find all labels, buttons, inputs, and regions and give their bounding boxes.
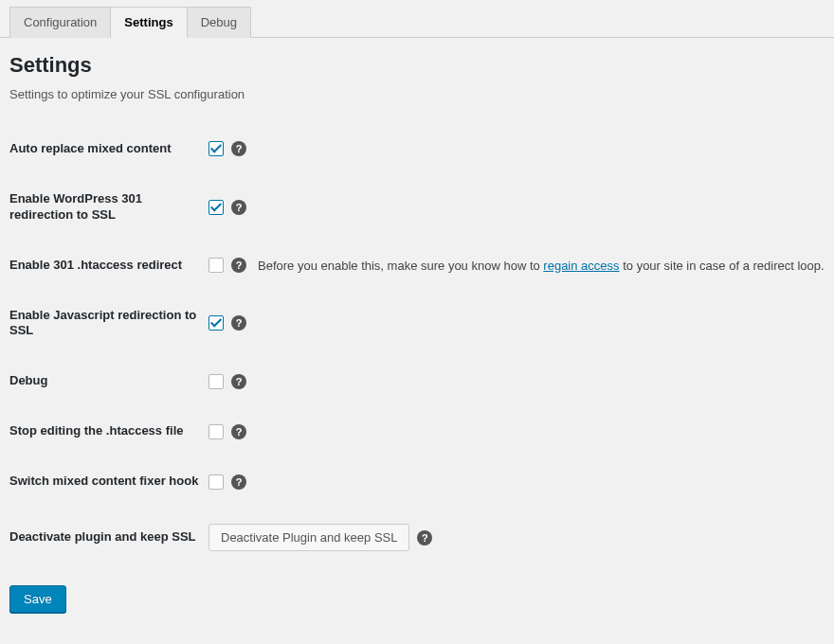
label-enable-js-redirect: Enable Javascript redirection to SSL xyxy=(9,291,208,357)
label-enable-htaccess-301: Enable 301 .htaccess redirect xyxy=(9,241,208,291)
checkbox-switch-hook[interactable] xyxy=(208,474,224,490)
settings-table: Auto replace mixed content ? Enable Word… xyxy=(9,124,825,568)
label-stop-htaccess: Stop editing the .htaccess file xyxy=(9,406,208,456)
checkbox-auto-replace-mixed[interactable] xyxy=(208,141,224,156)
page-title: Settings xyxy=(9,53,825,78)
help-icon[interactable]: ? xyxy=(231,200,246,215)
help-icon[interactable]: ? xyxy=(231,474,246,490)
row-enable-js-redirect: Enable Javascript redirection to SSL ? xyxy=(9,291,825,357)
checkbox-enable-wp-301[interactable] xyxy=(208,200,224,215)
note-htaccess-301: Before you enable this, make sure you kn… xyxy=(258,259,825,273)
row-auto-replace-mixed: Auto replace mixed content ? xyxy=(9,124,825,174)
note-text-before: Before you enable this, make sure you kn… xyxy=(258,259,543,273)
checkbox-debug[interactable] xyxy=(208,374,224,389)
row-deactivate: Deactivate plugin and keep SSL Deactivat… xyxy=(9,507,825,568)
page-description: Settings to optimize your SSL configurat… xyxy=(9,87,825,101)
row-switch-hook: Switch mixed content fixer hook ? xyxy=(9,456,825,507)
regain-access-link[interactable]: regain access xyxy=(543,259,619,273)
save-row: Save xyxy=(9,585,825,613)
help-icon[interactable]: ? xyxy=(231,141,246,156)
row-enable-wp-301: Enable WordPress 301 redirection to SSL … xyxy=(9,174,825,241)
help-icon[interactable]: ? xyxy=(231,315,246,331)
help-icon[interactable]: ? xyxy=(231,258,246,273)
tab-settings[interactable]: Settings xyxy=(111,7,187,38)
label-debug: Debug xyxy=(9,356,208,406)
checkbox-enable-js-redirect[interactable] xyxy=(208,315,224,331)
help-icon[interactable]: ? xyxy=(231,374,246,389)
note-text-after: to your site in case of a redirect loop. xyxy=(620,259,825,273)
deactivate-button[interactable]: Deactivate Plugin and keep SSL xyxy=(208,524,409,551)
save-button[interactable]: Save xyxy=(9,585,66,613)
tabs-bar: Configuration Settings Debug xyxy=(0,0,834,38)
row-debug: Debug ? xyxy=(9,356,825,406)
help-icon[interactable]: ? xyxy=(231,424,246,439)
row-enable-htaccess-301: Enable 301 .htaccess redirect ? Before y… xyxy=(9,241,825,291)
tab-debug[interactable]: Debug xyxy=(188,7,251,38)
row-stop-htaccess: Stop editing the .htaccess file ? xyxy=(9,406,825,456)
label-switch-hook: Switch mixed content fixer hook xyxy=(9,456,208,507)
label-deactivate: Deactivate plugin and keep SSL xyxy=(9,507,208,568)
content-area: Settings Settings to optimize your SSL c… xyxy=(0,38,834,622)
checkbox-enable-htaccess-301[interactable] xyxy=(208,258,224,273)
label-enable-wp-301: Enable WordPress 301 redirection to SSL xyxy=(9,174,208,241)
help-icon[interactable]: ? xyxy=(417,530,432,546)
tab-configuration[interactable]: Configuration xyxy=(9,7,111,38)
checkbox-stop-htaccess[interactable] xyxy=(208,424,224,439)
label-auto-replace-mixed: Auto replace mixed content xyxy=(9,124,208,174)
